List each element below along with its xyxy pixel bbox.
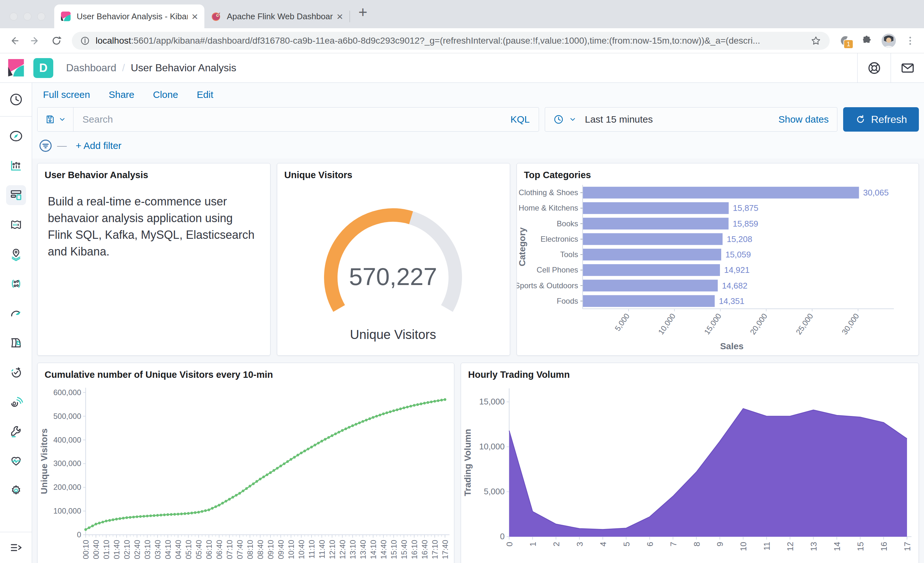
sidebar-item-recently-viewed[interactable] (0, 83, 32, 117)
filter-icon[interactable] (39, 139, 52, 153)
svg-text:15,059: 15,059 (725, 250, 751, 259)
sidebar-item-canvas[interactable] (6, 215, 26, 235)
wrench-icon (9, 424, 23, 438)
kibana-sidebar (0, 83, 32, 563)
new-tab-button[interactable]: + (358, 5, 368, 20)
browser-profile-avatar[interactable] (882, 34, 896, 48)
svg-text:01:10: 01:10 (102, 540, 111, 559)
sidebar-item-maps[interactable] (6, 244, 26, 264)
sidebar-item-dashboard[interactable] (6, 185, 26, 205)
tab-close-icon[interactable]: × (192, 11, 198, 22)
logs-icon (9, 336, 23, 350)
svg-text:Clothing & Shoes: Clothing & Shoes (519, 188, 578, 197)
svg-text:06:40: 06:40 (215, 540, 224, 559)
svg-text:Sports & Outdoors: Sports & Outdoors (517, 281, 578, 290)
svg-text:12:40: 12:40 (338, 540, 347, 559)
svg-text:10: 10 (738, 542, 748, 551)
svg-text:13:10: 13:10 (348, 540, 357, 559)
kql-toggle[interactable]: KQL (510, 114, 538, 125)
svg-text:9: 9 (715, 542, 725, 546)
save-icon (45, 114, 55, 125)
add-filter-link[interactable]: + Add filter (76, 140, 122, 151)
svg-text:15:40: 15:40 (400, 540, 408, 559)
svg-text:07:10: 07:10 (225, 540, 234, 559)
sidebar-item-visualize[interactable] (6, 156, 26, 176)
site-info-icon[interactable] (80, 36, 90, 46)
extensions-puzzle-icon[interactable] (861, 35, 873, 47)
sidebar-item-dev-tools[interactable] (6, 422, 26, 441)
panel-cumulative-visitors[interactable]: Cumulative number of Unique Visitors eve… (37, 363, 454, 563)
show-dates-link[interactable]: Show dates (778, 114, 829, 125)
svg-text:11:40: 11:40 (318, 540, 326, 558)
sidebar-item-apm[interactable] (6, 392, 26, 412)
svg-text:16:10: 16:10 (410, 540, 418, 559)
browser-tab-kibana[interactable]: User Behavior Analysis - Kiban × (54, 5, 204, 28)
breadcrumb-separator: / (122, 62, 125, 74)
url-bar[interactable]: localhost:5601/app/kibana#/dashboard/df3… (72, 32, 830, 50)
tab-close-icon[interactable]: × (336, 11, 343, 22)
sidebar-item-stack-monitoring[interactable] (6, 451, 26, 471)
svg-text:12: 12 (785, 542, 795, 551)
newsfeed-button[interactable] (891, 53, 924, 83)
menu-edit[interactable]: Edit (196, 89, 213, 100)
svg-text:5: 5 (622, 542, 632, 546)
sidebar-item-logs[interactable] (6, 333, 26, 353)
area-chart: 05,00010,00015,0000123456789101112131415… (461, 380, 918, 563)
menu-full-screen[interactable]: Full screen (43, 89, 90, 100)
svg-text:15,000: 15,000 (702, 312, 723, 336)
sidebar-item-management[interactable] (6, 480, 26, 500)
search-input[interactable] (74, 114, 510, 125)
browser-tab-flink[interactable]: Apache Flink Web Dashboard × (204, 5, 350, 28)
search-bar[interactable]: KQL (37, 107, 539, 132)
svg-text:17: 17 (903, 542, 912, 551)
kibana-logo[interactable] (0, 59, 32, 77)
svg-text:13: 13 (809, 542, 819, 551)
window-minimize-button[interactable] (23, 12, 32, 21)
saved-query-menu-button[interactable] (38, 108, 74, 131)
sidebar-item-uptime[interactable] (6, 362, 26, 382)
sidebar-item-discover[interactable] (6, 126, 26, 146)
help-button[interactable] (857, 53, 891, 83)
chevron-down-icon (569, 116, 576, 123)
filter-bar: — + Add filter (32, 132, 924, 159)
extension-badge: 1 (843, 39, 854, 49)
svg-text:Electronics: Electronics (541, 235, 578, 243)
browser-menu-kebab-icon[interactable] (905, 35, 916, 46)
svg-text:04:10: 04:10 (164, 540, 172, 559)
svg-text:0: 0 (505, 542, 514, 546)
back-icon[interactable] (8, 35, 20, 47)
panel-hourly-trading-volume[interactable]: Hourly Trading Volumn 05,00010,00015,000… (461, 363, 919, 563)
dashboard-icon (9, 188, 23, 202)
url-text: localhost:5601/app/kibana#/dashboard/df3… (96, 36, 805, 46)
sidebar-item-metrics[interactable] (6, 303, 26, 323)
sidebar-item-machine-learning[interactable] (6, 274, 26, 294)
panel-gauge-unique-visitors[interactable]: Unique Visitors 570,227Unique Visitors (277, 163, 510, 356)
svg-text:7: 7 (669, 542, 678, 546)
svg-text:06:10: 06:10 (205, 540, 213, 559)
reload-icon[interactable] (51, 35, 62, 47)
sidebar-collapse-button[interactable] (0, 532, 32, 563)
browser-toolbar: localhost:5601/app/kibana#/dashboard/df3… (0, 28, 924, 53)
machine-learning-icon (9, 277, 23, 291)
window-maximize-button[interactable] (37, 12, 45, 21)
maps-icon (9, 247, 23, 261)
window-close-button[interactable] (10, 12, 18, 21)
bar-chart: Clothing & Shoes30,065Home & Kitchens15,… (517, 180, 918, 354)
forward-icon[interactable] (30, 35, 41, 47)
compass-icon (9, 129, 23, 143)
panel-top-categories[interactable]: Top Categories Clothing & Shoes30,065Hom… (516, 163, 919, 356)
line-chart: 0100,000200,000300,000400,000500,000600,… (38, 380, 453, 563)
svg-text:1: 1 (528, 542, 538, 546)
extension-icon[interactable]: 1 (839, 35, 852, 47)
bookmark-star-icon[interactable] (810, 35, 821, 46)
breadcrumb-root[interactable]: Dashboard (66, 62, 117, 74)
gauge-chart: 570,227Unique Visitors (277, 180, 509, 354)
panel-markdown[interactable]: User Behavior Analysis Build a real-time… (37, 163, 270, 356)
menu-clone[interactable]: Clone (153, 89, 178, 100)
svg-text:16: 16 (879, 542, 889, 551)
menu-share[interactable]: Share (109, 89, 134, 100)
refresh-button[interactable]: Refresh (843, 107, 919, 132)
mail-icon (900, 61, 915, 75)
svg-text:11: 11 (762, 542, 772, 551)
time-picker[interactable]: Last 15 minutes Show dates (545, 107, 837, 132)
